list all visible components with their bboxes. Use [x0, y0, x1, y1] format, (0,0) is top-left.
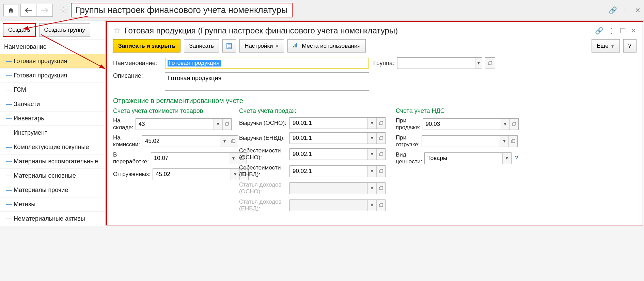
chevron-down-icon[interactable]: ▼: [367, 183, 376, 194]
list-item[interactable]: Материалы вспомогательные: [0, 154, 105, 169]
link-icon[interactable]: 🔗: [595, 27, 603, 35]
open-icon[interactable]: [376, 133, 385, 144]
svg-rect-22: [380, 136, 383, 139]
list-item[interactable]: Комплектующие покупные: [0, 140, 105, 154]
svg-rect-20: [380, 121, 383, 124]
svg-rect-28: [380, 187, 383, 189]
warehouse-input[interactable]: ▼: [136, 118, 232, 130]
save-button[interactable]: Записать: [184, 39, 219, 53]
svg-rect-6: [293, 46, 294, 47]
rev-osno-input[interactable]: ▼: [289, 117, 386, 129]
chevron-down-icon[interactable]: ▼: [231, 169, 239, 180]
value-type-input[interactable]: ▼: [424, 152, 512, 164]
chevron-down-icon[interactable]: ▼: [367, 133, 376, 144]
svg-rect-7: [295, 44, 296, 47]
value-type-label: Вид ценности:: [396, 151, 422, 165]
open-icon[interactable]: [222, 119, 231, 130]
list-item[interactable]: Готовая продукция: [0, 54, 105, 69]
list-item[interactable]: Готовая продукция: [0, 69, 105, 83]
rev-envd-label: Выручки (ЕНВД):: [239, 135, 287, 142]
chevron-down-icon[interactable]: ▼: [475, 58, 482, 69]
settings-button[interactable]: Настройки▼: [239, 39, 284, 53]
open-icon[interactable]: [508, 136, 517, 147]
favorite-icon[interactable]: ☆: [60, 5, 67, 15]
svg-rect-14: [232, 139, 235, 142]
chevron-down-icon[interactable]: ▼: [214, 119, 222, 130]
list-item[interactable]: Инвентарь: [0, 112, 105, 126]
open-icon[interactable]: [376, 149, 385, 160]
report-button[interactable]: [222, 39, 236, 53]
chevron-down-icon[interactable]: ▼: [367, 149, 376, 160]
more-button[interactable]: Еще▼: [592, 39, 619, 53]
chevron-down-icon[interactable]: ▼: [367, 166, 376, 177]
page-title: Группы настроек финансового учета номенк…: [71, 3, 293, 17]
list-item[interactable]: ГСМ: [0, 83, 105, 97]
back-button[interactable]: [21, 4, 37, 16]
chevron-down-icon: ▼: [275, 44, 279, 49]
name-input-wrapper: Готовая продукция: [165, 58, 369, 69]
maximize-icon[interactable]: ☐: [620, 27, 626, 35]
chevron-down-icon[interactable]: ▼: [501, 119, 509, 130]
vat-ship-input[interactable]: ▼: [422, 135, 518, 147]
open-icon[interactable]: [376, 200, 385, 211]
list-item[interactable]: Метизы: [0, 197, 105, 212]
cost-osno-label: Себестоимости (ОСНО):: [239, 147, 287, 161]
inc-envd-input[interactable]: ▼: [289, 199, 386, 211]
cost-osno-input[interactable]: ▼: [289, 148, 386, 160]
rev-osno-label: Выручки (ОСНО):: [239, 120, 287, 127]
vat-ship-label: При отгрузке:: [396, 134, 420, 148]
name-input[interactable]: Готовая продукция: [168, 60, 221, 66]
forward-button[interactable]: [37, 4, 52, 16]
chevron-down-icon[interactable]: ▼: [229, 153, 238, 164]
shipped-input[interactable]: ▼: [153, 168, 249, 180]
chevron-down-icon[interactable]: ▼: [502, 153, 511, 164]
list-item[interactable]: Материалы прочие: [0, 183, 105, 197]
chevron-down-icon[interactable]: ▼: [500, 136, 508, 147]
col1-title: Счета учета стоимости товаров: [113, 107, 229, 115]
help-button[interactable]: ?: [623, 39, 637, 53]
list-header: Наименование: [0, 40, 105, 54]
kebab-icon[interactable]: ⋮: [623, 6, 629, 14]
cost-envd-input[interactable]: ▼: [289, 165, 386, 177]
open-icon[interactable]: [376, 166, 385, 177]
warehouse-label: На складе:: [113, 117, 133, 131]
chevron-down-icon[interactable]: ▼: [367, 118, 376, 129]
link-icon[interactable]: 🔗: [609, 6, 617, 14]
close-icon[interactable]: ✕: [631, 27, 637, 35]
rev-envd-input[interactable]: ▼: [289, 132, 386, 144]
list-item[interactable]: Нематериальные активы: [0, 212, 105, 226]
kebab-icon[interactable]: ⋮: [608, 27, 615, 35]
commission-input[interactable]: ▼: [142, 135, 238, 147]
open-icon[interactable]: [376, 183, 385, 194]
processing-label: В переработке:: [113, 151, 149, 165]
vat-sale-input[interactable]: ▼: [423, 118, 519, 130]
arrow-right-icon: [41, 8, 48, 13]
chevron-down-icon[interactable]: ▼: [367, 200, 376, 211]
svg-rect-12: [226, 122, 229, 125]
chart-icon: [293, 42, 298, 48]
group-input[interactable]: ▼: [397, 57, 482, 69]
save-close-button[interactable]: Записать и закрыть: [113, 39, 180, 53]
svg-rect-10: [489, 61, 492, 64]
list-item[interactable]: Материалы основные: [0, 169, 105, 183]
list-item[interactable]: Инструмент: [0, 126, 105, 140]
chevron-down-icon[interactable]: ▼: [220, 136, 229, 147]
list-item[interactable]: Запчасти: [0, 97, 105, 112]
help-icon[interactable]: ?: [515, 155, 518, 162]
description-input[interactable]: Готовая продукция: [165, 72, 369, 91]
create-button[interactable]: Создать: [3, 23, 36, 37]
processing-input[interactable]: ▼: [151, 152, 247, 164]
usages-button[interactable]: Места использования: [287, 39, 365, 53]
open-icon[interactable]: [229, 136, 238, 147]
close-icon[interactable]: ✕: [635, 6, 641, 14]
inc-envd-label: Статья доходов (ЕНВД):: [239, 198, 287, 212]
favorite-icon[interactable]: ☆: [113, 25, 121, 36]
section-title: Отражение в регламентированном учете: [113, 97, 637, 105]
inc-osno-input[interactable]: ▼: [289, 182, 386, 194]
open-icon[interactable]: [509, 119, 518, 130]
create-group-button[interactable]: Создать группу: [39, 23, 90, 37]
home-button[interactable]: [3, 4, 18, 16]
svg-rect-26: [380, 169, 383, 172]
open-icon[interactable]: [376, 118, 385, 129]
open-icon[interactable]: [485, 57, 495, 69]
